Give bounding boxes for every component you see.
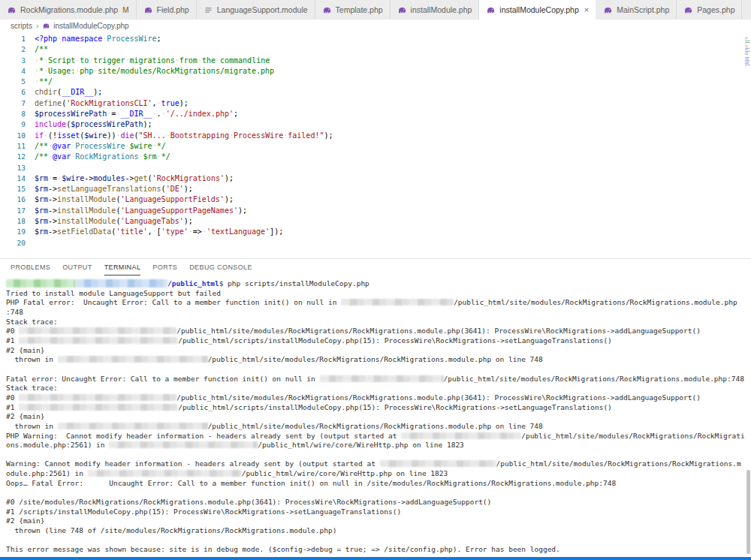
panel-tab-output[interactable]: OUTPUT xyxy=(62,263,92,275)
code-token: trigger xyxy=(93,56,125,65)
terminal-line xyxy=(6,450,751,460)
code-token: migrations xyxy=(130,56,175,65)
code-text: $rm->installModule('LanguageSupportPageN… xyxy=(35,206,247,216)
redacted-text xyxy=(380,460,496,467)
code-text: $rm·=·$wire->modules->get('RockMigration… xyxy=(35,173,234,184)
terminal-text: Warning: Cannot modify header informatio… xyxy=(6,459,380,468)
panel-tab-terminal[interactable]: TERMINAL xyxy=(104,263,141,275)
code-line[interactable]: 18$rm->installModule('LanguageTabs'); xyxy=(0,216,751,227)
code-line[interactable]: 13 xyxy=(0,163,751,173)
code-text: ·*·Usage:·php·site/modules/RockMigration… xyxy=(35,66,274,77)
file-icon xyxy=(204,5,213,15)
code-line[interactable]: 20 xyxy=(0,238,751,248)
tab-template-php[interactable]: Template.php xyxy=(315,0,391,20)
chevron-right-icon: › xyxy=(36,22,38,30)
line-number: 3 xyxy=(0,56,35,66)
code-token: get xyxy=(134,174,148,182)
code-line[interactable]: 7define('RockMigrationsCLI',·true); xyxy=(0,98,751,109)
terminal-text: Oops… Fatal Error: Uncaught Error: Call … xyxy=(6,479,616,487)
code-text: $rm->setLanguageTranslations('DE'); xyxy=(35,184,193,194)
terminal-text: /public_html xyxy=(167,279,219,288)
line-number: 14 xyxy=(0,173,35,184)
code-token: (! xyxy=(48,131,57,140)
code-line[interactable]: 8$processWirePath·=·__DIR__·.·'/../index… xyxy=(0,109,751,119)
code-line[interactable]: 3·*·Script·to·trigger·migrations·from·th… xyxy=(0,56,751,66)
code-line[interactable]: 14$rm·=·$wire->modules->get('RockMigrati… xyxy=(0,173,751,184)
minimap-line xyxy=(745,42,750,43)
code-token: commandline xyxy=(220,56,270,65)
code-line[interactable]: 9include($processWirePath); xyxy=(0,119,751,130)
tab-installmodulecopy-php[interactable]: installModuleCopy.php× xyxy=(479,0,596,20)
tab-languagesupport-module[interactable]: LanguageSupport.module xyxy=(197,0,315,20)
terminal-text: /public_html/site/modules/RockMigrations… xyxy=(496,459,741,468)
terminal-text: #1 /scripts/installModuleCopy.php(15): P… xyxy=(6,507,401,516)
terminal-line: #2 {main} xyxy=(6,346,751,356)
tab-rockmigrations-module-php[interactable]: RockMigrations.module.phpM xyxy=(0,0,137,20)
code-line[interactable]: 4·*·Usage:·php·site/modules/RockMigratio… xyxy=(0,66,751,77)
code-line[interactable]: 1<?php·namespace·ProcessWire; xyxy=(0,34,751,44)
terminal-line: Oops… Fatal Error: Uncaught Error: Call … xyxy=(6,479,751,489)
terminal-line: Stack trace: xyxy=(6,384,751,393)
code-line[interactable]: 6chdir(__DIR__); xyxy=(0,87,751,98)
code-token: 'DE' xyxy=(166,185,184,193)
code-token: php xyxy=(80,67,93,75)
close-icon[interactable]: × xyxy=(584,6,589,14)
terminal-scrollbar[interactable] xyxy=(746,470,750,554)
code-token: if xyxy=(35,131,44,140)
panel-tab-bar: PROBLEMSOUTPUTTERMINALPORTSDEBUG CONSOLE xyxy=(0,259,751,275)
code-text: $rm->installModule('LanguageTabs'); xyxy=(35,216,193,227)
code-line[interactable]: 11/**·@var·ProcessWire·$wire·*/ xyxy=(0,141,751,152)
code-text: /**·@var·RockMigrations·$rm·*/ xyxy=(35,152,170,162)
line-number: 15 xyxy=(0,184,35,194)
code-editor[interactable]: 1<?php·namespace·ProcessWire;2/**3·*·Scr… xyxy=(0,32,751,258)
code-text: include($processWirePath); xyxy=(35,119,152,130)
php-icon xyxy=(7,5,17,15)
terminal[interactable]: /public_html$ php scripts/installModuleC… xyxy=(0,275,751,557)
code-text: /** xyxy=(35,44,48,55)
code-token: **/ xyxy=(39,77,53,86)
code-token: 'LanguageSupportPageNames' xyxy=(120,206,238,215)
tab-field-php[interactable]: Field.php xyxy=(137,0,197,20)
panel-tab-ports[interactable]: PORTS xyxy=(152,263,177,275)
code-line[interactable]: 2/** xyxy=(0,44,751,55)
php-icon xyxy=(603,5,613,15)
line-number: 18 xyxy=(0,216,35,227)
code-token: $wire xyxy=(62,174,84,182)
redacted-text xyxy=(401,432,521,439)
terminal-text: #2 {main} xyxy=(6,346,44,354)
line-number: 4 xyxy=(0,66,35,77)
code-token: $rm xyxy=(35,174,48,182)
code-line[interactable]: 5·**/ xyxy=(0,77,751,87)
code-line[interactable]: 10if·(!isset($wire))·die("SH...·Bootstra… xyxy=(0,131,751,141)
code-text: $rm->setFieldData('title',·['type'·=>·'t… xyxy=(35,227,283,237)
tab-installmodule-php[interactable]: installModule.php xyxy=(391,0,480,20)
code-token: -> xyxy=(48,227,57,236)
minimap-line xyxy=(745,66,750,67)
terminal-line: #0 /site/modules/RockMigrations/RockMigr… xyxy=(6,498,751,507)
code-line[interactable]: 16$rm->installModule('LanguageSupportFie… xyxy=(0,194,751,205)
panel-tab-problems[interactable]: PROBLEMS xyxy=(11,263,50,275)
minimap[interactable] xyxy=(745,38,750,68)
tab-pages-php[interactable]: Pages.php xyxy=(677,0,742,20)
code-token: -> xyxy=(48,195,57,203)
terminal-text: thrown in xyxy=(6,422,58,430)
panel-tab-debug-console[interactable]: DEBUG CONSOLE xyxy=(189,263,252,275)
terminal-text: #0 xyxy=(6,327,19,335)
code-token: $wire xyxy=(84,131,107,140)
tab-mainscript-php[interactable]: MainScript.php xyxy=(596,0,677,20)
code-line[interactable]: 15$rm->setLanguageTranslations('DE'); xyxy=(0,184,751,194)
code-token: ); xyxy=(324,131,333,140)
code-token: $processWirePath xyxy=(35,110,107,118)
code-lines: 1<?php·namespace·ProcessWire;2/**3·*·Scr… xyxy=(0,34,751,248)
terminal-text: Fatal error: Uncaught Error: Call to a m… xyxy=(6,375,320,383)
code-line[interactable]: 17$rm->installModule('LanguageSupportPag… xyxy=(0,206,751,216)
minimap-line xyxy=(745,65,750,65)
code-line[interactable]: 12/**·@var·RockMigrations·$rm·*/ xyxy=(0,152,751,162)
code-token: installModule xyxy=(57,195,116,203)
breadcrumb-folder[interactable]: scripts xyxy=(11,22,32,30)
breadcrumb-file[interactable]: installModuleCopy.php xyxy=(53,22,128,30)
code-token: @var xyxy=(53,142,71,150)
terminal-text: :748 xyxy=(6,308,23,316)
redacted-text xyxy=(19,404,178,411)
code-line[interactable]: 19$rm->setFieldData('title',·['type'·=>·… xyxy=(0,227,751,237)
